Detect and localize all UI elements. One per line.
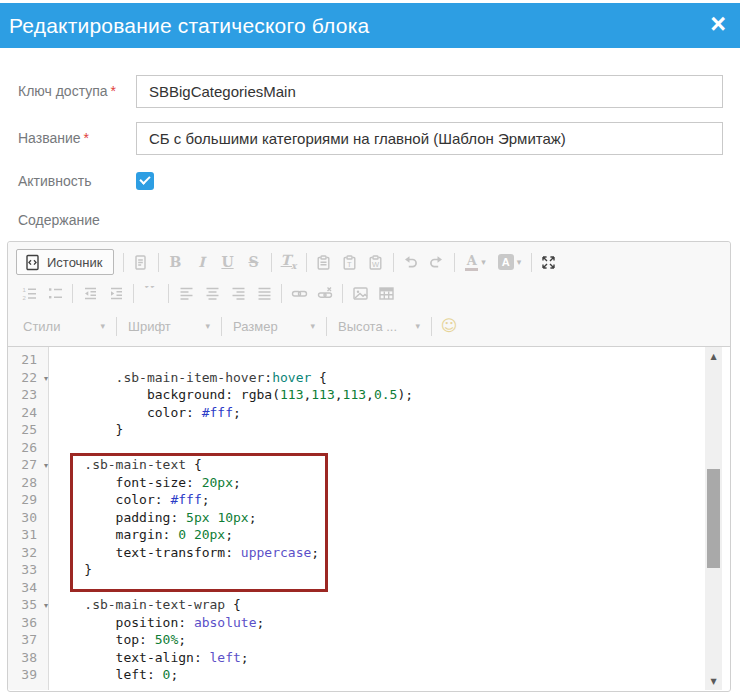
templates-button[interactable] (129, 250, 153, 274)
smiley-button[interactable]: ☺ (437, 314, 461, 338)
table-button[interactable] (374, 281, 398, 305)
svg-text:1: 1 (22, 286, 26, 292)
toolbar-separator (72, 284, 73, 303)
dialog-title: Редактирование статического блока (9, 14, 369, 38)
toolbar-separator (326, 317, 327, 336)
align-justify-button[interactable] (252, 281, 276, 305)
unlink-button[interactable] (313, 281, 337, 305)
numbered-list-button[interactable]: 12 (17, 281, 41, 305)
code-line[interactable]: background: rgba(113,113,113,0.5); (53, 386, 705, 404)
line-number: 37 (8, 631, 48, 649)
background-color-button[interactable]: A ▾ (494, 250, 526, 274)
italic-button[interactable]: I (190, 250, 214, 274)
code-line[interactable]: top: 50%; (53, 631, 705, 649)
line-number: 27▾ (8, 456, 48, 474)
blockquote-button[interactable]: ” (139, 281, 163, 305)
source-button-label: Источник (47, 255, 103, 270)
required-asterisk: * (84, 130, 89, 146)
align-center-button[interactable] (200, 281, 224, 305)
code-lines[interactable]: .sb-main-item-hover:hover { background: … (50, 347, 705, 690)
toolbar-separator (123, 253, 124, 272)
strikethrough-button[interactable]: S (242, 250, 266, 274)
code-line[interactable]: font-size: 20px; (53, 474, 705, 492)
line-number-gutter: 2122▾2324252627▾2829303132333435▾3637383… (8, 347, 49, 690)
clipboard-text-icon: T (341, 254, 358, 271)
font-dropdown-label: Шрифт (128, 319, 171, 334)
text-color-button[interactable]: A ▾ (460, 250, 492, 274)
undo-button[interactable] (399, 250, 423, 274)
editor-toolbar: Источник B I U S Tx T (8, 242, 730, 347)
code-line[interactable]: } (53, 561, 705, 579)
code-line[interactable]: .sb-main-text-wrap { (53, 596, 705, 614)
scroll-down-icon[interactable]: ▼ (705, 674, 722, 688)
required-asterisk: * (111, 83, 116, 99)
source-button[interactable]: Источник (16, 249, 114, 275)
svg-text:2: 2 (22, 295, 26, 301)
toolbar-separator (454, 253, 455, 272)
indent-button[interactable] (104, 281, 128, 305)
toolbar-separator (342, 284, 343, 303)
bulleted-list-button[interactable] (43, 281, 67, 305)
line-number: 33 (8, 561, 48, 579)
font-dropdown[interactable]: Шрифт ▾ (121, 314, 217, 338)
image-button[interactable] (348, 281, 372, 305)
align-left-button[interactable] (174, 281, 198, 305)
access-key-input[interactable] (136, 75, 723, 108)
align-right-icon (230, 285, 247, 302)
code-line[interactable]: .sb-main-item-hover:hover { (53, 369, 705, 387)
close-icon[interactable]: × (710, 11, 726, 38)
bold-button[interactable]: B (164, 250, 188, 274)
toolbar-separator (168, 284, 169, 303)
code-line[interactable]: text-transform: uppercase; (53, 544, 705, 562)
activity-checkbox[interactable] (136, 172, 154, 190)
code-line[interactable]: padding: 5px 10px; (53, 509, 705, 527)
line-number: 30 (8, 509, 48, 527)
fold-arrow-icon[interactable]: ▾ (44, 457, 48, 475)
name-row: Название* (18, 122, 723, 155)
code-line[interactable] (53, 439, 705, 457)
align-center-icon (204, 285, 221, 302)
code-line[interactable]: color: #fff; (53, 491, 705, 509)
underline-icon: U (221, 255, 233, 269)
maximize-button[interactable] (537, 250, 561, 274)
line-number: 22▾ (8, 369, 48, 387)
code-line[interactable]: position: absolute; (53, 614, 705, 632)
fold-arrow-icon[interactable]: ▾ (44, 597, 48, 615)
document-icon (132, 254, 149, 271)
toolbar-row-3: Стили ▾ Шрифт ▾ Размер ▾ Высота ... ▾ (16, 312, 722, 340)
line-number: 25 (8, 421, 48, 439)
image-icon (352, 285, 369, 302)
remove-format-button[interactable]: Tx (277, 250, 301, 274)
styles-dropdown[interactable]: Стили ▾ (16, 314, 112, 338)
scroll-up-icon[interactable]: ▲ (705, 349, 722, 363)
code-line[interactable]: text-align: left; (53, 649, 705, 667)
line-number: 36 (8, 614, 48, 632)
line-height-dropdown[interactable]: Высота ... ▾ (331, 314, 427, 338)
unlink-icon (317, 285, 334, 302)
paste-button[interactable] (312, 250, 336, 274)
code-line[interactable]: } (53, 421, 705, 439)
paste-from-word-button[interactable]: W (364, 250, 388, 274)
chevron-down-icon: ▾ (481, 257, 486, 267)
name-input[interactable] (136, 122, 723, 155)
source-icon (24, 254, 41, 271)
line-height-dropdown-label: Высота ... (338, 319, 397, 334)
paste-plain-text-button[interactable]: T (338, 250, 362, 274)
size-dropdown[interactable]: Размер ▾ (226, 314, 322, 338)
align-right-button[interactable] (226, 281, 250, 305)
undo-icon (402, 254, 419, 271)
code-line[interactable]: .sb-main-text { (53, 456, 705, 474)
code-line[interactable] (53, 351, 705, 369)
code-line[interactable]: color: #fff; (53, 404, 705, 422)
code-line[interactable] (53, 579, 705, 597)
code-line[interactable]: margin: 0 20px; (53, 526, 705, 544)
scrollbar-thumb[interactable] (707, 469, 720, 568)
redo-button[interactable] (425, 250, 449, 274)
outdent-button[interactable] (78, 281, 102, 305)
link-button[interactable] (287, 281, 311, 305)
fold-arrow-icon[interactable]: ▾ (44, 370, 48, 388)
code-line[interactable]: left: 0; (53, 666, 705, 684)
vertical-scrollbar[interactable]: ▲ ▼ (705, 347, 722, 690)
underline-button[interactable]: U (216, 250, 240, 274)
dialog-form: Ключ доступа* Название* Активность Содер… (0, 48, 740, 228)
